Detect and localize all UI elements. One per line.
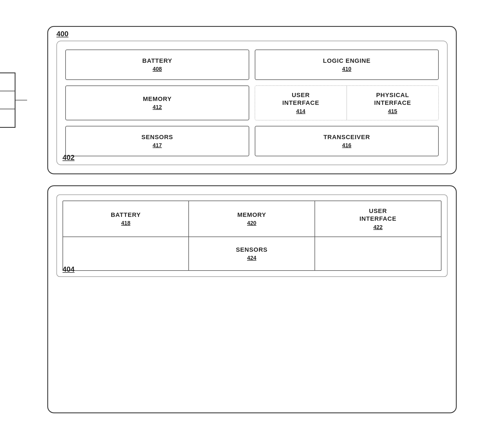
transceiver-416: TRANSCEIVER 416 bbox=[255, 126, 439, 156]
battery-418-num: 418 bbox=[121, 220, 130, 226]
logic-engine-410-num: 410 bbox=[342, 66, 351, 72]
logic-engine-410: LOGIC ENGINE 410 bbox=[255, 50, 439, 80]
device-connector-line bbox=[15, 100, 27, 100]
box-400: 400 BATTERY 408 LOGIC ENGINE 410 MEMO bbox=[47, 26, 457, 174]
device-segment-1 bbox=[0, 73, 15, 91]
pi-415-num: 415 bbox=[388, 108, 397, 115]
memory-412-name: MEMORY bbox=[143, 95, 172, 103]
device-segment-3 bbox=[0, 109, 15, 127]
inner-404: BATTERY 418 MEMORY 420 USERINTERFACE 422… bbox=[56, 194, 448, 277]
device-segment-2 bbox=[0, 91, 15, 109]
sensors-417-name: SENSORS bbox=[141, 133, 173, 141]
physical-interface-415: PHYSICALINTERFACE 415 bbox=[347, 86, 439, 120]
label-400: 400 bbox=[56, 30, 68, 38]
transceiver-416-num: 416 bbox=[342, 142, 351, 149]
page-container: 406 400 BATTERY 408 LOGIC ENGINE 410 bbox=[31, 15, 473, 424]
transceiver-416-name: TRANSCEIVER bbox=[323, 133, 370, 141]
sensors-424: SENSORS 424 bbox=[189, 237, 315, 270]
memory-420: MEMORY 420 bbox=[189, 201, 315, 237]
battery-408: BATTERY 408 bbox=[65, 50, 249, 80]
device-body bbox=[0, 72, 15, 128]
ui-422-num: 422 bbox=[373, 224, 383, 230]
label-402: 402 bbox=[63, 153, 74, 162]
pi-415-name: PHYSICALINTERFACE bbox=[374, 91, 411, 107]
sensors-417-num: 417 bbox=[153, 142, 162, 149]
sensors-417: SENSORS 417 bbox=[65, 126, 249, 156]
ui-phys-container: USERINTERFACE 414 PHYSICALINTERFACE 415 bbox=[255, 85, 439, 120]
grid-404: BATTERY 418 MEMORY 420 USERINTERFACE 422… bbox=[63, 201, 441, 271]
ui-414-num: 414 bbox=[296, 108, 305, 115]
battery-418: BATTERY 418 bbox=[63, 201, 189, 237]
label-404: 404 bbox=[63, 265, 74, 274]
memory-412-num: 412 bbox=[153, 104, 162, 110]
device-406 bbox=[0, 72, 15, 128]
ui-422-name: USERINTERFACE bbox=[359, 207, 396, 223]
battery-408-name: BATTERY bbox=[142, 57, 172, 65]
battery-408-num: 408 bbox=[153, 66, 162, 72]
box-404: BATTERY 418 MEMORY 420 USERINTERFACE 422… bbox=[47, 185, 457, 413]
grid-402: BATTERY 408 LOGIC ENGINE 410 MEMORY 412 bbox=[65, 50, 439, 156]
box-402: BATTERY 408 LOGIC ENGINE 410 MEMORY 412 bbox=[56, 41, 448, 165]
empty-cell-1 bbox=[63, 237, 189, 270]
sensors-424-name: SENSORS bbox=[236, 246, 268, 254]
battery-418-name: BATTERY bbox=[111, 211, 141, 219]
sensors-424-num: 424 bbox=[247, 255, 256, 261]
user-interface-422: USERINTERFACE 422 bbox=[315, 201, 441, 237]
user-interface-414: USERINTERFACE 414 bbox=[255, 86, 347, 120]
memory-412: MEMORY 412 bbox=[65, 85, 249, 120]
memory-420-num: 420 bbox=[247, 220, 256, 226]
logic-engine-410-name: LOGIC ENGINE bbox=[323, 57, 370, 65]
empty-cell-2 bbox=[315, 237, 441, 270]
outer-400-wrap: 406 400 BATTERY 408 LOGIC ENGINE 410 bbox=[47, 26, 457, 174]
memory-420-name: MEMORY bbox=[237, 211, 266, 219]
ui-414-name: USERINTERFACE bbox=[282, 91, 319, 107]
